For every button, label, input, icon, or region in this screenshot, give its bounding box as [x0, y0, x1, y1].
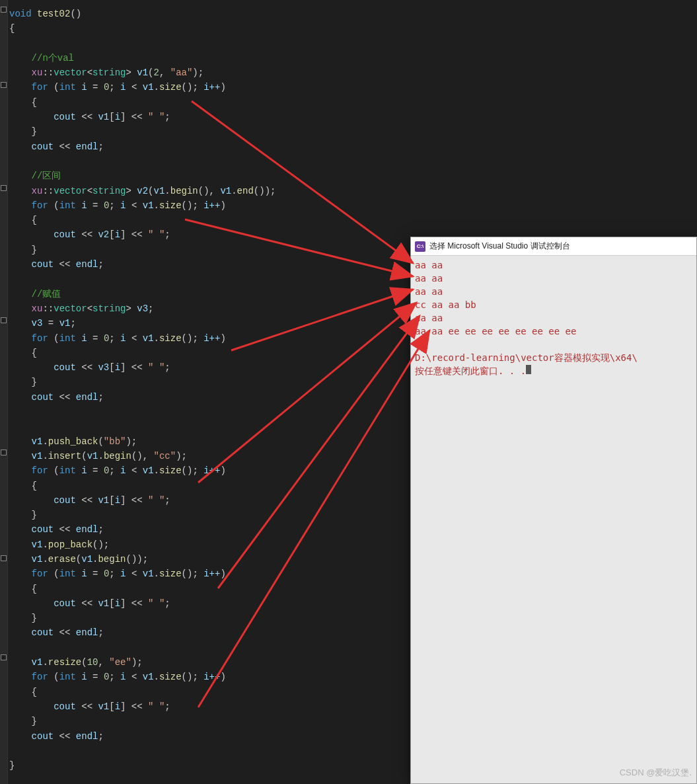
- comment: //n个val: [32, 53, 74, 63]
- console-line: cc aa aa bb: [415, 299, 476, 310]
- fold-marker[interactable]: [1, 317, 7, 323]
- fold-marker[interactable]: [1, 654, 7, 660]
- fold-marker[interactable]: [1, 185, 7, 191]
- comment: //赋值: [32, 289, 61, 299]
- watermark: CSDN @爱吃汉堡.: [620, 767, 692, 779]
- console-output[interactable]: aa aa aa aa aa aa cc aa aa bb aa aa aa a…: [411, 256, 696, 380]
- function-name: test02: [37, 9, 70, 19]
- console-app-icon: C:\: [415, 241, 425, 252]
- fold-marker[interactable]: [1, 7, 7, 13]
- console-line: aa aa: [415, 313, 443, 323]
- comment: //区间: [32, 171, 61, 181]
- console-line: aa aa ee ee ee ee ee ee ee ee: [415, 326, 576, 336]
- code-editor[interactable]: void test02() { //n个val xu::vector<strin…: [9, 7, 275, 773]
- console-cursor: [526, 365, 531, 374]
- console-line: D:\record-learning\vector容器模拟实现\x64\: [415, 352, 638, 363]
- fold-marker[interactable]: [1, 82, 7, 88]
- console-line: aa aa: [415, 260, 443, 270]
- code-gutter: [0, 0, 8, 784]
- console-line: aa aa: [415, 286, 443, 297]
- debug-console-window[interactable]: C:\ 选择 Microsoft Visual Studio 调试控制台 aa …: [410, 237, 697, 784]
- console-title: 选择 Microsoft Visual Studio 调试控制台: [429, 241, 570, 252]
- keyword-void: void: [9, 9, 32, 19]
- console-line: aa aa: [415, 273, 443, 284]
- fold-marker[interactable]: [1, 555, 7, 561]
- console-line: 按任意键关闭此窗口. . .: [415, 366, 526, 376]
- console-titlebar[interactable]: C:\ 选择 Microsoft Visual Studio 调试控制台: [411, 237, 696, 256]
- fold-marker[interactable]: [1, 450, 7, 455]
